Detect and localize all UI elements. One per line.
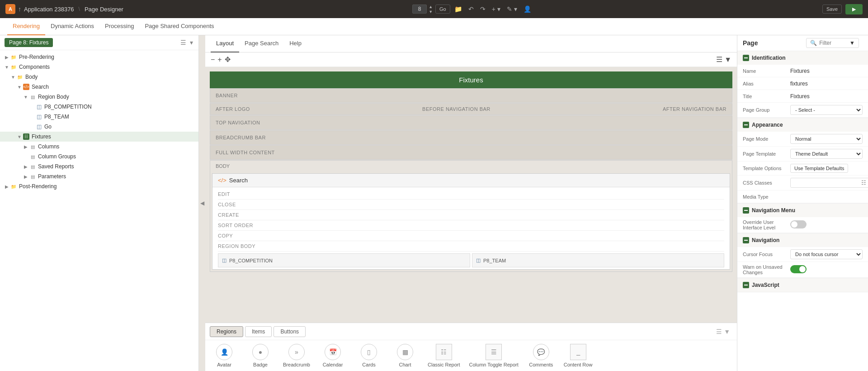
right-panel-filter[interactable]: 🔍 ▼: [806, 38, 859, 48]
prop-value-cursor-focus[interactable]: Do not focus cursor: [790, 249, 863, 259]
redo-button[interactable]: ↷: [478, 5, 488, 14]
icon-item-breadcrumb[interactable]: » Breadcrumb: [283, 344, 310, 367]
tree-toggle-search[interactable]: ▼: [16, 85, 23, 90]
section-navigation-header[interactable]: Navigation: [737, 233, 868, 247]
template-options-button[interactable]: Use Template Defaults: [790, 164, 848, 173]
tree-toggle-saved-reports[interactable]: ▶: [23, 164, 29, 169]
tree-item-components[interactable]: ▼ 📁 Components: [0, 62, 198, 72]
prop-value-override-ui[interactable]: [790, 220, 863, 230]
back-button[interactable]: ↑: [18, 5, 21, 13]
tree-item-column-groups[interactable]: ▤ Column Groups: [0, 152, 198, 162]
tree-toggle-btn[interactable]: ▾: [189, 38, 194, 47]
navigation-section-icon: [743, 237, 749, 243]
icon-item-content-row[interactable]: ⎯ Content Row: [564, 344, 593, 367]
icon-item-avatar[interactable]: 👤 Avatar: [211, 344, 238, 367]
filter-input[interactable]: [819, 40, 847, 46]
zoom-fit-button[interactable]: ✥: [225, 55, 231, 64]
page-num-up[interactable]: ▲: [428, 5, 434, 9]
page-mode-select[interactable]: Normal: [790, 134, 863, 144]
section-nav-menu-header[interactable]: Navigation Menu: [737, 204, 868, 217]
cursor-focus-select[interactable]: Do not focus cursor: [790, 249, 863, 259]
prop-value-template-options[interactable]: Use Template Defaults: [790, 164, 863, 173]
comments-icon: 💬: [533, 344, 549, 360]
tree-item-region-body[interactable]: ▼ ▤ Region Body: [0, 92, 198, 102]
tree-item-p8-team[interactable]: ◫ P8_TEAM: [0, 112, 198, 122]
tree-toggle-parameters[interactable]: ▶: [23, 174, 29, 179]
prop-value-page-group[interactable]: - Select -: [790, 105, 863, 115]
prop-value-warn-unsaved[interactable]: [790, 265, 863, 275]
tab-page-shared[interactable]: Page Shared Components: [139, 18, 219, 35]
tab-items[interactable]: Items: [245, 326, 272, 337]
tab-buttons[interactable]: Buttons: [274, 326, 306, 337]
icon-item-comments[interactable]: 💬 Comments: [528, 344, 555, 367]
tree-item-body[interactable]: ▼ 📁 Body: [0, 72, 198, 82]
tree-item-parameters[interactable]: ▶ ▤ Parameters: [0, 171, 198, 181]
css-classes-input[interactable]: [791, 179, 859, 187]
tree-item-saved-reports[interactable]: ▶ ▤ Saved Reports: [0, 162, 198, 171]
tree-toggle-region-body[interactable]: ▼: [23, 95, 29, 100]
tree-toggle-body[interactable]: ▼: [10, 75, 16, 80]
tree-item-post-rendering[interactable]: ▶ 📁 Post-Rendering: [0, 181, 198, 191]
icon-item-column-toggle[interactable]: ☰ Column Toggle Report: [469, 344, 519, 367]
tree-label-components: Components: [19, 64, 50, 70]
canvas-tab-help[interactable]: Help: [284, 35, 307, 52]
section-navigation-menu: Navigation Menu Override User Interface …: [737, 204, 868, 233]
right-panel-body: Identification Name Fixtures Alias fixtu…: [737, 51, 868, 371]
canvas-tabs: Layout Page Search Help: [205, 35, 737, 52]
tree-toggle-pre-rendering[interactable]: ▶: [4, 55, 10, 60]
content-row-label: Content Row: [564, 362, 593, 367]
tab-regions[interactable]: Regions: [210, 326, 243, 337]
add-button[interactable]: + ▾: [490, 5, 503, 14]
page-template-select[interactable]: Theme Default: [790, 149, 863, 159]
tree-item-p8-competition[interactable]: ◫ P8_COMPETITION: [0, 102, 198, 112]
icon-item-badge[interactable]: ● Badge: [247, 344, 274, 367]
icon-item-chart[interactable]: ▩ Chart: [392, 344, 419, 367]
folder-icon-btn[interactable]: 📁: [452, 5, 464, 14]
go-button[interactable]: Go: [435, 5, 450, 14]
tab-dynamic-actions[interactable]: Dynamic Actions: [45, 18, 99, 35]
prop-value-page-mode[interactable]: Normal: [790, 134, 863, 144]
region-body-item-p8-competition: ◫ P8_COMPETITION: [218, 253, 470, 267]
tree-menu-btn[interactable]: ☰: [179, 38, 187, 47]
icon-item-classic-report[interactable]: ☷ Classic Report: [428, 344, 460, 367]
save-button[interactable]: Save: [822, 5, 842, 14]
icon-item-calendar[interactable]: 📅 Calendar: [319, 344, 346, 367]
canvas-menu-button[interactable]: ☰ ▼: [716, 55, 731, 64]
page-group-select[interactable]: - Select -: [790, 105, 863, 115]
page-num-down[interactable]: ▼: [428, 10, 434, 14]
tree-item-search[interactable]: ▼ </> Search: [0, 82, 198, 92]
override-ui-toggle[interactable]: [790, 220, 807, 228]
table-icon-fixtures: ☷: [23, 133, 29, 140]
tree-item-columns[interactable]: ▶ ▤ Columns: [0, 142, 198, 152]
prop-value-page-template[interactable]: Theme Default: [790, 149, 863, 159]
edit-button[interactable]: ✎ ▾: [505, 5, 519, 14]
warn-unsaved-toggle[interactable]: [790, 265, 807, 273]
css-classes-icon[interactable]: ☷: [859, 178, 868, 187]
filter-options-icon[interactable]: ▼: [849, 40, 855, 46]
tree-toggle-components[interactable]: ▼: [4, 65, 10, 70]
tab-rendering[interactable]: Rendering: [7, 18, 45, 35]
canvas-tab-page-search[interactable]: Page Search: [239, 35, 284, 52]
zoom-in-button[interactable]: +: [217, 55, 222, 64]
zoom-out-button[interactable]: −: [211, 55, 215, 64]
page-number-input[interactable]: 8: [412, 5, 427, 14]
collapse-handle[interactable]: ◀: [199, 35, 205, 371]
undo-button[interactable]: ↶: [466, 5, 476, 14]
section-js-header[interactable]: JavaScript: [737, 278, 868, 292]
canvas-tab-layout[interactable]: Layout: [211, 35, 239, 52]
icon-item-cards[interactable]: ▯ Cards: [355, 344, 382, 367]
tree-item-go[interactable]: ◫ Go: [0, 122, 198, 132]
bottom-icons-row: 👤 Avatar ● Badge » Breadcrumb 📅 Calendar: [205, 340, 737, 371]
tree-toggle-columns[interactable]: ▶: [23, 144, 29, 149]
prop-row-override-ui: Override User Interface Level: [737, 217, 868, 233]
tree-toggle-fixtures[interactable]: ▼: [16, 134, 23, 139]
section-appearance-header[interactable]: Appearance: [737, 118, 868, 132]
tree-item-fixtures[interactable]: ▼ ☷ Fixtures: [0, 132, 198, 142]
share-button[interactable]: 👤: [521, 5, 533, 14]
bottom-panel-menu[interactable]: ☰ ▼: [714, 327, 732, 336]
tab-processing[interactable]: Processing: [99, 18, 139, 35]
section-identification-header[interactable]: Identification: [737, 51, 868, 65]
tree-toggle-post-rendering[interactable]: ▶: [4, 184, 10, 189]
run-button[interactable]: ▶: [845, 4, 863, 14]
tree-item-pre-rendering[interactable]: ▶ 📁 Pre-Rendering: [0, 52, 198, 62]
